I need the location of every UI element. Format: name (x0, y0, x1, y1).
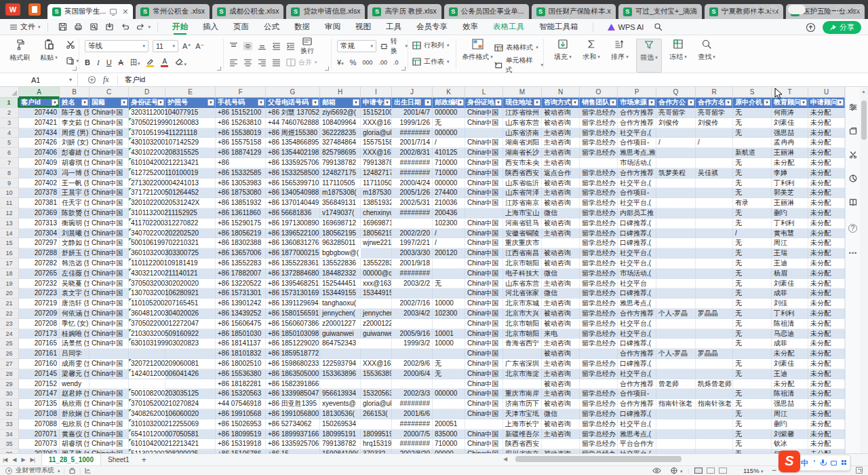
menu-tab-数据[interactable]: 数据 (294, 19, 310, 35)
docer-icon[interactable] (28, 3, 41, 16)
row-header-7[interactable]: 7 (0, 158, 19, 168)
cell[interactable]: 151521001 (361, 108, 392, 118)
cell[interactable] (696, 279, 733, 289)
cell[interactable]: 上海市宝山 (503, 208, 542, 218)
cell[interactable] (696, 339, 733, 349)
cell[interactable]: 207406 (19, 148, 60, 158)
cell[interactable]: +86 1582391866 (266, 379, 320, 390)
cell[interactable]: 150269534 (320, 419, 361, 430)
header-cell-O[interactable]: 销售团队▼ (580, 98, 618, 108)
group-expander[interactable] (217, 66, 221, 71)
cell[interactable] (361, 419, 392, 430)
cell[interactable]: 1999/1/26 (392, 118, 433, 128)
cell[interactable]: +86 15575158 (216, 138, 266, 148)
cell[interactable]: +86 15606475 (216, 319, 266, 329)
cell[interactable]: 799138782 (320, 158, 361, 168)
cell[interactable]: 合作方推荐 (618, 399, 656, 409)
header-cell-K[interactable]: 邮政编码▼ (433, 98, 465, 108)
cell[interactable]: 18130536( (320, 409, 361, 419)
cell[interactable]: / (696, 138, 733, 148)
cell[interactable]: jennychen( (361, 309, 392, 319)
cell[interactable] (696, 439, 733, 449)
cell[interactable]: 合作方推荐 (618, 118, 656, 128)
print-preview-button[interactable] (90, 22, 98, 31)
cell[interactable]: 湖南省长沙 (503, 148, 542, 158)
cell[interactable]: 留学总经办 (580, 419, 618, 430)
cell[interactable]: 孟冉冉 (772, 138, 808, 148)
cell[interactable]: China中国 (90, 279, 129, 289)
cell[interactable]: 社交平台,( (618, 319, 656, 329)
increase-indent-icon[interactable] (286, 42, 295, 50)
cell[interactable]: 微信 (542, 208, 580, 218)
menu-tab-表格工具[interactable]: 表格工具 (493, 19, 524, 35)
cell[interactable] (656, 409, 696, 419)
cell[interactable]: China中国 (90, 128, 129, 138)
cell[interactable] (656, 288, 696, 299)
cell[interactable]: 留学总经办 (580, 118, 618, 128)
cell[interactable]: 社交平台,( (618, 128, 656, 138)
cell[interactable]: 956613934 (320, 389, 361, 399)
cell[interactable]: 未分配 (808, 158, 845, 168)
undo-button[interactable] (121, 22, 130, 31)
cell[interactable]: China中国 (90, 269, 129, 279)
cell[interactable]: 黄嘉仪 (女 (60, 430, 90, 440)
name-box[interactable]: A1 ▾ (0, 73, 78, 87)
cell[interactable]: bgbgbow@( (320, 248, 361, 259)
cell[interactable]: 未分配 (808, 349, 845, 359)
cell[interactable]: +86 1851229020 (266, 339, 320, 349)
cell[interactable]: 主动咨询 (542, 138, 580, 148)
cell[interactable] (696, 148, 733, 158)
cell[interactable]: China中国 (90, 118, 129, 128)
cell[interactable]: 被动咨询 (542, 399, 580, 409)
row-header-17[interactable]: 17 (0, 259, 19, 269)
cell[interactable]: 季忆 (女) (60, 319, 90, 329)
cell[interactable]: ######## (392, 168, 433, 178)
cell[interactable]: 500108200203035125 (129, 389, 165, 399)
cell[interactable]: tanghaoxu( (320, 299, 361, 309)
cell[interactable]: 济南市历下 (503, 399, 542, 409)
cell[interactable] (580, 349, 618, 359)
cell[interactable]: 610104200212213421 (129, 158, 165, 168)
cell[interactable]: 市场活动,( (618, 269, 656, 279)
cell[interactable]: China中国 (465, 218, 503, 229)
row-header-30[interactable]: 30 (0, 389, 19, 399)
cell[interactable] (361, 349, 392, 359)
cell[interactable]: z20001227( (361, 319, 392, 329)
cell[interactable]: +86 1971300890 (266, 218, 320, 229)
column-header-L[interactable]: L (465, 87, 503, 98)
cell[interactable]: 青海省西宁 (503, 339, 542, 349)
cell[interactable]: 184482332 (320, 269, 361, 279)
cell[interactable]: 207088 (19, 419, 60, 430)
sidebar-export-icon[interactable] (848, 126, 859, 136)
row-header-24[interactable]: 24 (0, 329, 19, 339)
menu-tab-会员专享[interactable]: 会员专享 (416, 19, 448, 35)
cell[interactable]: 陈歆赟 (女 (60, 208, 90, 218)
cell[interactable]: +86 1991056800 (266, 409, 320, 419)
header-cell-D[interactable]: 身份证号▼ (129, 98, 165, 108)
cell[interactable]: 衡琬明 (女 (60, 218, 90, 229)
cell[interactable]: 2002/8/31 (392, 148, 433, 158)
cell[interactable]: 未分配 (808, 168, 845, 178)
freeze-button[interactable]: 冻结▾ (666, 39, 690, 73)
cell[interactable]: 370105199411221118 (129, 128, 165, 138)
cell[interactable]: 电子科技大 (503, 269, 542, 279)
cell[interactable]: China中国 (465, 409, 503, 419)
cell[interactable]: 370503200302020020 (129, 279, 165, 289)
cell[interactable] (465, 128, 503, 138)
cell[interactable]: China中国 (465, 108, 503, 118)
filter-button[interactable]: ▼ (384, 99, 391, 106)
cell[interactable] (580, 379, 618, 390)
header-cell-F[interactable]: 手机号码▼ (216, 98, 266, 108)
cell[interactable]: 湖南省浏阳 (503, 138, 542, 148)
cell[interactable]: China中国 (90, 409, 129, 419)
cell[interactable]: 未分配 (808, 309, 845, 319)
page-layout-view-button[interactable] (707, 468, 715, 474)
cell[interactable]: 口碑推荐,( (618, 359, 656, 369)
menu-tab-智能工具箱[interactable]: 智能工具箱 (539, 19, 578, 35)
scroll-left-arrow-icon[interactable]: ◀ (503, 456, 507, 462)
insert-function-icon[interactable] (87, 75, 96, 84)
cell[interactable]: China中国 (90, 419, 129, 430)
cell[interactable]: 留学总经办 (580, 178, 618, 189)
cell[interactable]: 口碑推荐,( (618, 229, 656, 239)
cell[interactable]: 无 (733, 178, 772, 189)
